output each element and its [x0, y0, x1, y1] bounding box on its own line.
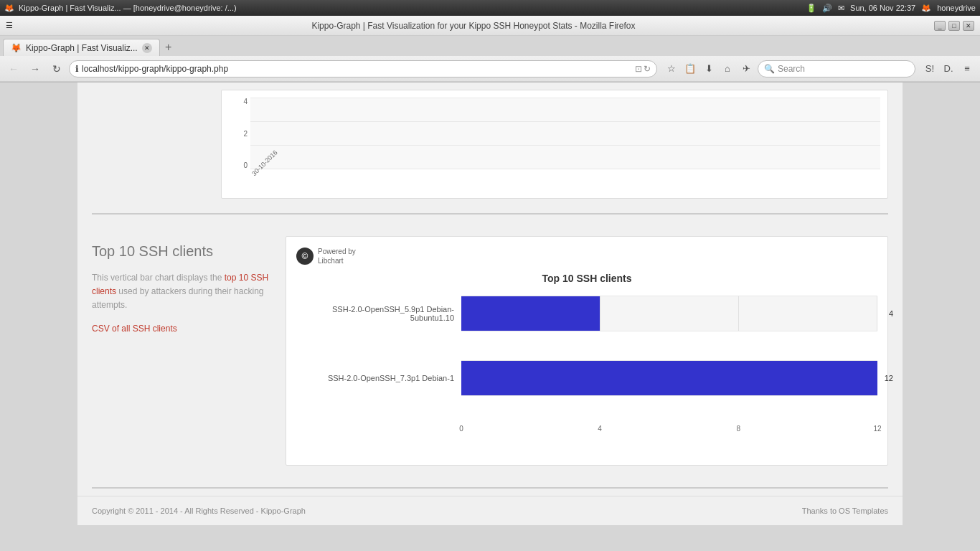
taskbar-volume-icon: 🔊 — [822, 4, 832, 13]
menu-icon[interactable]: ≡ — [958, 60, 976, 77]
tab-close-button[interactable]: ✕ — [142, 43, 152, 53]
chart-yaxis: 4 2 0 — [229, 98, 250, 169]
bookmark-list-icon[interactable]: 📋 — [682, 60, 699, 77]
browser-menu-icon: ☰ — [6, 21, 13, 30]
taskbar-mail-icon: ✉ — [838, 4, 844, 13]
y-label-0: 0 — [229, 161, 248, 169]
section-description: This vertical bar chart displays the top… — [92, 271, 271, 313]
tab-favicon: 🦊 — [11, 43, 22, 53]
grid-vert-3 — [877, 296, 877, 331]
taskbar-fox-icon: 🦊 — [4, 4, 14, 13]
hbar-row-1: SSH-2.0-OpenSSH_7.3p1 Debian-1 12 — [303, 360, 877, 396]
page-wrapper: 4 2 0 30-10-2016 — [0, 83, 980, 551]
hbar-label-0: SSH-2.0-OpenSSH_5.9p1 Debian-5ubuntu1.10 — [303, 305, 461, 322]
ssh-clients-section: Top 10 SSH clients This vertical bar cha… — [77, 222, 903, 480]
libchart-logo: © Powered by Libchart — [296, 247, 356, 265]
taskbar-left: 🦊 Kippo-Graph | Fast Visualiz... — [hone… — [4, 4, 237, 13]
forward-button[interactable]: → — [26, 60, 44, 78]
xaxis-tick-2: 8 — [736, 425, 740, 433]
home-icon[interactable]: ⌂ — [719, 60, 736, 77]
grid-vert-2 — [738, 296, 739, 331]
hbar-row-0: SSH-2.0-OpenSSH_5.9p1 Debian-5ubuntu1.10… — [303, 296, 877, 331]
reload-icon: ↻ — [644, 64, 651, 74]
window-title: Kippo-Graph | Fast Visualization for you… — [17, 21, 930, 31]
xaxis-tick-0: 0 — [459, 425, 463, 433]
hbar-xaxis: 0 4 8 12 — [461, 425, 877, 436]
hbar-value-1: 12 — [885, 374, 893, 382]
desc-text-1: This vertical bar chart displays the — [92, 273, 222, 283]
title-bar: ☰ Kippo-Graph | Fast Visualization for y… — [0, 16, 980, 36]
hbar-fill-1 — [461, 361, 877, 395]
mini-chart: 4 2 0 30-10-2016 — [229, 98, 880, 191]
taskbar-firefox-icon: 🦊 — [921, 4, 931, 13]
hbar-value-0: 4 — [889, 309, 893, 318]
y-label-2: 2 — [229, 130, 248, 138]
bar-chart-title: Top 10 SSH clients — [296, 273, 877, 284]
url-text: localhost/kippo-graph/kippo-graph.php — [82, 64, 632, 74]
close-button[interactable]: ✕ — [963, 21, 974, 31]
os-templates-link[interactable]: Thanks to OS Templates — [802, 507, 888, 515]
libchart-label: Libchart — [318, 256, 356, 265]
browser-chrome: ☰ Kippo-Graph | Fast Visualization for y… — [0, 16, 980, 83]
xaxis-tick-3: 12 — [873, 425, 881, 433]
copyright-text: Copyright © 2011 - 2014 - All Rights Res… — [92, 507, 306, 515]
top-chart-card: 4 2 0 30-10-2016 — [221, 90, 888, 199]
desc-text-2: used by attackers during their hacking a… — [92, 286, 263, 310]
maximize-button[interactable]: □ — [948, 21, 960, 31]
refresh-button[interactable]: ↻ — [47, 60, 66, 78]
addon1-icon[interactable]: S! — [921, 60, 938, 77]
chart-panel: © Powered by Libchart Top 10 SSH clients… — [286, 236, 888, 466]
hbar-chart-container: SSH-2.0-OpenSSH_5.9p1 Debian-5ubuntu1.10… — [303, 296, 877, 436]
addon2-icon[interactable]: D. — [940, 60, 957, 77]
back-button[interactable]: ← — [4, 60, 23, 78]
tab-title: Kippo-Graph | Fast Visualiz... — [26, 43, 138, 53]
grid-line-top — [250, 98, 880, 98]
taskbar-title: Kippo-Graph | Fast Visualiz... — [honeyd… — [19, 4, 237, 12]
new-tab-button[interactable]: + — [160, 39, 177, 56]
grid-line-mid1 — [250, 121, 880, 122]
powered-by-label: Powered by — [318, 247, 356, 256]
hbar-fill-0 — [461, 296, 600, 331]
section-divider-2 — [92, 487, 888, 489]
section-title: Top 10 SSH clients — [92, 243, 271, 260]
nav-bar: ← → ↻ ℹ localhost/kippo-graph/kippo-grap… — [0, 56, 980, 82]
send-icon[interactable]: ✈ — [738, 60, 755, 77]
star-icon[interactable]: ☆ — [663, 60, 680, 77]
toolbar-icons: ☆ 📋 ⬇ ⌂ ✈ — [663, 60, 755, 77]
xaxis-tick-1: 4 — [598, 425, 602, 433]
sidebar-info: Top 10 SSH clients This vertical bar cha… — [92, 236, 271, 466]
section-divider-1 — [92, 213, 888, 215]
grid-vert-1 — [600, 296, 600, 331]
extra-toolbar-icons: S! D. ≡ — [921, 60, 976, 77]
chart-area — [250, 98, 880, 169]
os-taskbar: 🦊 Kippo-Graph | Fast Visualiz... — [hone… — [0, 0, 980, 16]
hbar-container-0: 4 — [461, 296, 877, 331]
hbar-label-1: SSH-2.0-OpenSSH_7.3p1 Debian-1 — [303, 374, 461, 382]
download-icon[interactable]: ⬇ — [700, 60, 717, 77]
libchart-icon: © — [296, 248, 314, 265]
taskbar-battery-icon: 🔋 — [806, 4, 816, 13]
search-bar[interactable]: 🔍 Search — [758, 60, 915, 77]
address-bar[interactable]: ℹ localhost/kippo-graph/kippo-graph.php … — [69, 60, 657, 77]
page-content: 4 2 0 30-10-2016 — [77, 83, 903, 525]
taskbar-right: 🔋 🔊 ✉ Sun, 06 Nov 22:37 🦊 honeydrive — [806, 4, 976, 13]
hbar-container-1: 12 — [461, 360, 877, 396]
address-icons: ⊡ ↻ — [635, 64, 651, 74]
chart-header: © Powered by Libchart — [296, 247, 877, 265]
minimize-button[interactable]: _ — [934, 21, 946, 31]
active-tab[interactable]: 🦊 Kippo-Graph | Fast Visualiz... ✕ — [3, 39, 160, 56]
bookmark-view-icon: ⊡ — [635, 64, 642, 74]
top-chart-section: 4 2 0 30-10-2016 — [77, 83, 903, 206]
security-icon: ℹ — [75, 64, 79, 74]
taskbar-clock: Sun, 06 Nov 22:37 — [850, 4, 915, 12]
grid-line-mid2 — [250, 145, 880, 146]
search-icon: 🔍 — [764, 64, 775, 74]
chart-xaxis: 30-10-2016 — [250, 169, 880, 191]
page-footer: Copyright © 2011 - 2014 - All Rights Res… — [77, 496, 903, 525]
y-label-4: 4 — [229, 98, 248, 105]
libchart-text: Powered by Libchart — [318, 247, 356, 265]
window-controls[interactable]: _ □ ✕ — [934, 21, 974, 31]
search-placeholder: Search — [778, 64, 805, 74]
csv-link[interactable]: CSV of all SSH clients — [92, 324, 177, 334]
taskbar-user: honeydrive — [937, 4, 976, 12]
